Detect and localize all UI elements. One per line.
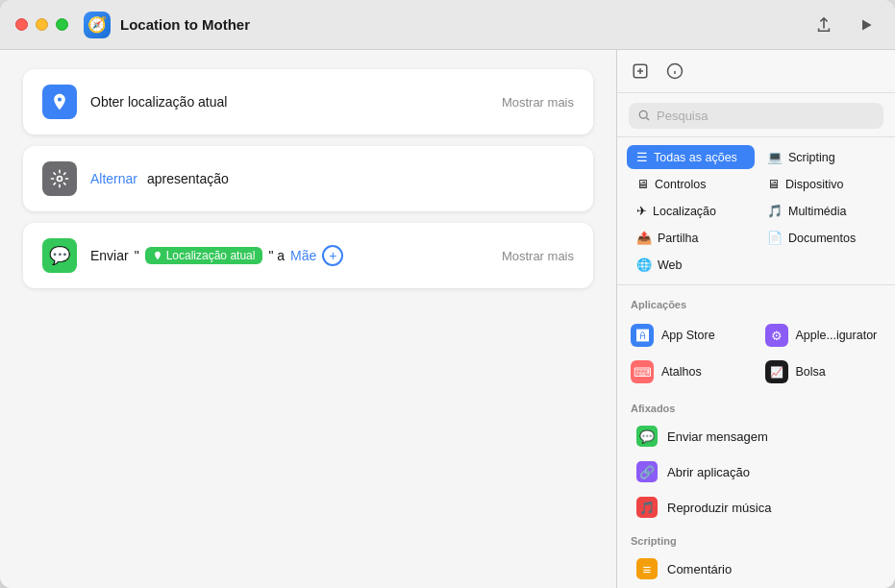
- location-tag[interactable]: Localização atual: [145, 247, 263, 264]
- pinned-play-music[interactable]: 🎵 Reproduzir música: [623, 490, 889, 525]
- svg-point-1: [58, 177, 62, 182]
- info-button[interactable]: [661, 58, 688, 85]
- action-send-message: 💬 Enviar " Localização atual " a Mãe + M…: [23, 223, 593, 288]
- search-placeholder: Pesquisa: [657, 109, 708, 123]
- app-window: 🧭 Location to Mother: [0, 0, 895, 588]
- cat-location[interactable]: ✈ Localização: [627, 199, 755, 223]
- action-toggle: Alternar apresentação: [23, 146, 593, 211]
- app-appstore[interactable]: 🅰 App Store: [623, 318, 756, 353]
- app-icon: 🧭: [84, 12, 111, 38]
- pinned-send-message[interactable]: 💬 Enviar mensagem: [623, 419, 889, 453]
- cat-documents[interactable]: 📄 Documentos: [758, 226, 885, 250]
- stocks-icon: 📈: [765, 360, 788, 383]
- message-icon: 💬: [42, 238, 77, 273]
- svg-point-4: [639, 110, 647, 118]
- cat-controls[interactable]: 🖥 Controlos: [627, 172, 755, 196]
- pinned-section-header: Afixados: [617, 393, 895, 418]
- apps-section-header: Aplicações: [617, 289, 895, 314]
- controls-icon: 🖥: [636, 177, 649, 191]
- categories-grid: ☰ Todas as ações 💻 Scripting 🖥 Controlos…: [617, 137, 895, 285]
- action-get-location: Obter localização atual Mostrar mais: [23, 69, 593, 135]
- maximize-button[interactable]: [56, 18, 68, 31]
- cat-media[interactable]: 🎵 Multimédia: [758, 199, 885, 223]
- cat-device[interactable]: 🖥 Dispositivo: [758, 172, 885, 196]
- traffic-lights: [15, 18, 68, 31]
- actions-panel: Pesquisa ☰ Todas as ações 💻 Scripting 🖥 …: [616, 50, 895, 588]
- titlebar: 🧭 Location to Mother: [0, 0, 895, 50]
- cat-all-actions[interactable]: ☰ Todas as ações: [627, 145, 755, 169]
- sharing-icon: 📤: [636, 231, 652, 245]
- open-app-icon: 🔗: [636, 461, 658, 482]
- media-icon: 🎵: [767, 204, 783, 218]
- titlebar-actions: [810, 12, 880, 38]
- shortcuts-icon: ⌨: [631, 360, 654, 383]
- main-content: Obter localização atual Mostrar mais Alt…: [0, 50, 895, 588]
- search-bar[interactable]: Pesquisa: [629, 103, 883, 129]
- add-action-button[interactable]: [627, 58, 654, 85]
- cat-scripting[interactable]: 💻 Scripting: [758, 145, 885, 169]
- documents-icon: 📄: [767, 231, 783, 245]
- workflow-panel: Obter localização atual Mostrar mais Alt…: [0, 50, 616, 588]
- svg-marker-0: [862, 19, 872, 30]
- action3-text: Enviar " Localização atual " a Mãe +: [90, 245, 488, 266]
- app-shortcuts[interactable]: ⌨ Atalhos: [623, 355, 756, 389]
- share-button[interactable]: [810, 12, 837, 38]
- location-icon: [42, 85, 77, 119]
- toggle-sub: apresentação: [147, 171, 229, 186]
- location-cat-icon: ✈: [636, 204, 647, 218]
- send-message-icon: 💬: [636, 426, 658, 447]
- play-button[interactable]: [853, 12, 880, 38]
- action2-text: Alternar apresentação: [90, 171, 574, 186]
- window-title: Location to Mother: [120, 16, 810, 33]
- close-button[interactable]: [15, 18, 28, 31]
- to-label: " a: [268, 248, 285, 263]
- web-icon: 🌐: [636, 257, 652, 272]
- play-music-icon: 🎵: [636, 497, 658, 518]
- add-recipient-button[interactable]: +: [322, 245, 343, 266]
- action3-more[interactable]: Mostrar mais: [502, 249, 574, 263]
- app-stocks[interactable]: 📈 Bolsa: [758, 355, 890, 389]
- comment-icon: ≡: [636, 558, 658, 579]
- minimize-button[interactable]: [36, 18, 48, 31]
- scripting-section-header: Scripting: [617, 526, 895, 551]
- recipient-label[interactable]: Mãe: [290, 248, 316, 263]
- cat-web[interactable]: 🌐 Web: [627, 253, 755, 277]
- send-label: Enviar: [90, 248, 129, 263]
- scripting-comment[interactable]: ≡ Comentário: [623, 551, 889, 586]
- pinned-open-app[interactable]: 🔗 Abrir aplicação: [623, 454, 889, 489]
- toggle-label[interactable]: Alternar: [90, 171, 137, 186]
- toggle-icon: [42, 161, 77, 196]
- device-icon: 🖥: [767, 177, 780, 191]
- cat-sharing[interactable]: 📤 Partilha: [627, 226, 755, 250]
- apps-grid: 🅰 App Store ⚙ Apple...igurator ⌨ Atalhos…: [617, 314, 895, 393]
- action1-text: Obter localização atual: [90, 94, 488, 110]
- list-icon: ☰: [636, 150, 648, 164]
- app-appleconfigurator[interactable]: ⚙ Apple...igurator: [758, 318, 890, 353]
- action1-more[interactable]: Mostrar mais: [502, 95, 574, 110]
- appstore-icon: 🅰: [631, 324, 654, 347]
- actions-list: Aplicações 🅰 App Store ⚙ Apple...igurato…: [617, 285, 895, 588]
- search-icon: [638, 110, 651, 122]
- scripting-icon: 💻: [767, 150, 783, 164]
- search-header: Pesquisa: [617, 93, 895, 137]
- appleconfigurator-icon: ⚙: [765, 324, 788, 347]
